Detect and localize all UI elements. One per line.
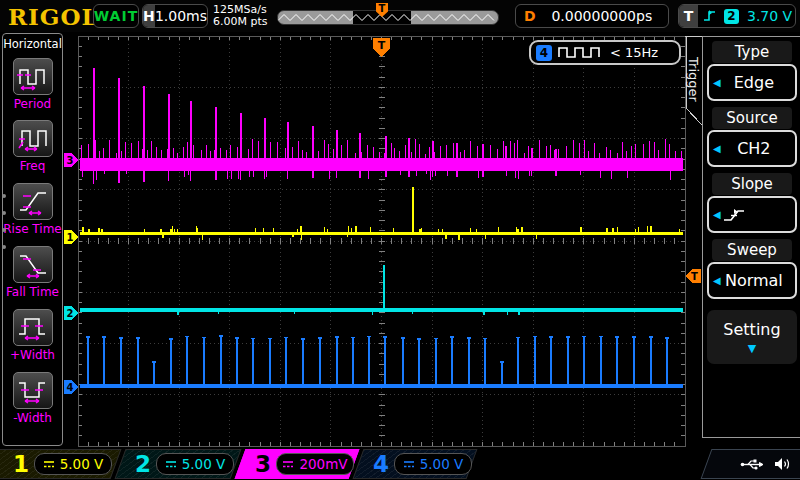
rigol-logo: RIGOL bbox=[8, 3, 99, 30]
page-dot bbox=[2, 211, 6, 215]
d-label: D bbox=[524, 8, 536, 24]
trigger-level-value: 3.70 V bbox=[747, 8, 792, 24]
fall-time-icon[interactable] bbox=[13, 246, 53, 283]
down-triangle-icon: ▼ bbox=[748, 342, 756, 355]
channel-2-scale-box: 5.00 V bbox=[156, 453, 234, 475]
channel-3-status[interactable]: 3 200mV bbox=[240, 449, 354, 479]
usb-icon bbox=[740, 458, 764, 471]
svg-text:T: T bbox=[378, 39, 386, 52]
channel-4-status[interactable]: 4 5.00 V bbox=[358, 449, 472, 479]
left-triangle-icon: ◀ bbox=[713, 275, 721, 286]
channel-2-position-marker[interactable]: 2 bbox=[64, 306, 78, 320]
waveform-display-grid: 3124TT bbox=[64, 32, 704, 448]
run-status-text: WAIT bbox=[94, 8, 138, 24]
menu-item-minus-width[interactable]: -Width bbox=[3, 372, 62, 425]
trigger-menu-panel: Type ◀ Edge Source ◀ CH2 Slope ◀ Sweep ◀… bbox=[702, 36, 800, 438]
acquisition-info: 125MSa/s 6.00M pts bbox=[213, 4, 268, 28]
trigger-frequency-badge: 4 < 15Hz bbox=[529, 40, 681, 65]
source-label: Source bbox=[712, 107, 792, 129]
run-status-box: WAIT bbox=[93, 4, 139, 28]
left-triangle-icon: ◀ bbox=[713, 77, 721, 88]
memory-depth: 6.00M pts bbox=[213, 16, 268, 28]
channel-status-bar: 1 5.00 V 2 5.00 V bbox=[0, 448, 800, 480]
oscilloscope-screen: RIGOL WAIT H 1.00ms 125MSa/s 6.00M pts T… bbox=[0, 0, 800, 480]
svg-text:2: 2 bbox=[67, 308, 74, 319]
type-label: Type bbox=[712, 41, 792, 63]
horizontal-timebase-box[interactable]: H 1.00ms bbox=[142, 4, 208, 28]
h-label: H bbox=[143, 5, 155, 27]
sweep-value-button[interactable]: ◀ Normal bbox=[707, 262, 797, 299]
channel-2-status[interactable]: 2 5.00 V bbox=[120, 449, 236, 479]
waveform-ch1 bbox=[80, 187, 683, 240]
channel-3-scale-box: 200mV bbox=[276, 453, 354, 475]
menu-item-period[interactable]: Period bbox=[3, 58, 62, 111]
horizontal-measure-menu: Horizontal Period Freq bbox=[2, 33, 63, 446]
page-dot bbox=[2, 228, 6, 232]
menu-item-freq[interactable]: Freq bbox=[3, 120, 62, 173]
preview-zigzag-wave bbox=[278, 11, 498, 24]
square-wave-icon bbox=[558, 46, 602, 59]
rise-time-icon[interactable] bbox=[13, 183, 53, 220]
page-dot bbox=[2, 194, 6, 198]
page-dot bbox=[2, 245, 6, 249]
svg-text:T: T bbox=[691, 271, 698, 282]
trigger-position-marker[interactable]: T bbox=[373, 38, 390, 57]
slope-value-button[interactable]: ◀ bbox=[707, 196, 797, 233]
speaker-icon bbox=[774, 457, 792, 471]
coupling-icon bbox=[43, 460, 55, 469]
trigger-source-badge: 2 bbox=[724, 9, 739, 24]
menu-item-rise-time[interactable]: Rise Time bbox=[3, 183, 62, 236]
channel-4-number: 4 bbox=[368, 451, 394, 477]
type-value-button[interactable]: ◀ Edge bbox=[707, 64, 797, 101]
channel-3-number: 3 bbox=[250, 451, 276, 477]
setting-button[interactable]: Setting ▼ bbox=[707, 310, 797, 364]
sweep-label: Sweep bbox=[712, 239, 792, 261]
top-status-bar: RIGOL WAIT H 1.00ms 125MSa/s 6.00M pts T… bbox=[0, 0, 800, 32]
badge-channel-number: 4 bbox=[536, 45, 552, 61]
trigger-menu-tab: Trigger bbox=[686, 44, 701, 114]
left-triangle-icon: ◀ bbox=[713, 143, 721, 154]
channel-4-position-marker[interactable]: 4 bbox=[64, 380, 78, 394]
channel-3-position-marker[interactable]: 3 bbox=[64, 153, 78, 167]
delay-box[interactable]: D 0.00000000ps bbox=[515, 4, 669, 28]
coupling-icon bbox=[403, 460, 415, 469]
system-status-icons bbox=[706, 449, 800, 479]
delay-value: 0.00000000ps bbox=[536, 8, 668, 24]
timebase-value: 1.00ms bbox=[155, 8, 207, 24]
period-icon[interactable] bbox=[13, 58, 53, 95]
rising-edge-icon bbox=[721, 206, 747, 224]
coupling-icon bbox=[165, 460, 177, 469]
svg-text:4: 4 bbox=[67, 382, 74, 393]
left-menu-title: Horizontal bbox=[3, 37, 62, 51]
plus-width-icon[interactable] bbox=[13, 309, 53, 346]
menu-item-fall-time[interactable]: Fall Time bbox=[3, 246, 62, 299]
slope-label: Slope bbox=[712, 173, 792, 195]
coupling-icon bbox=[282, 460, 294, 469]
channel-4-scale-box: 5.00 V bbox=[394, 453, 472, 475]
channel-1-scale-box: 5.00 V bbox=[34, 453, 112, 475]
trigger-frequency-text: < 15Hz bbox=[610, 45, 658, 60]
trigger-slope-icon bbox=[703, 9, 717, 23]
waveform-ch3 bbox=[80, 68, 683, 184]
svg-text:1: 1 bbox=[67, 232, 74, 243]
channel-1-number: 1 bbox=[8, 451, 34, 477]
channel-1-status[interactable]: 1 5.00 V bbox=[0, 449, 116, 479]
waveform-preview-strip[interactable]: T bbox=[277, 10, 499, 25]
channel-2-number: 2 bbox=[130, 451, 156, 477]
left-triangle-icon: ◀ bbox=[713, 209, 721, 220]
trigger-info-box[interactable]: T 2 3.70 V bbox=[678, 4, 796, 28]
minus-width-icon[interactable] bbox=[13, 372, 53, 409]
freq-icon[interactable] bbox=[13, 120, 53, 157]
menu-item-plus-width[interactable]: +Width bbox=[3, 309, 62, 362]
svg-text:3: 3 bbox=[67, 155, 74, 166]
t-label: T bbox=[679, 5, 698, 27]
channel-1-position-marker[interactable]: 1 bbox=[64, 230, 78, 244]
source-value-button[interactable]: ◀ CH2 bbox=[707, 130, 797, 167]
trigger-level-marker[interactable]: T bbox=[685, 269, 701, 283]
